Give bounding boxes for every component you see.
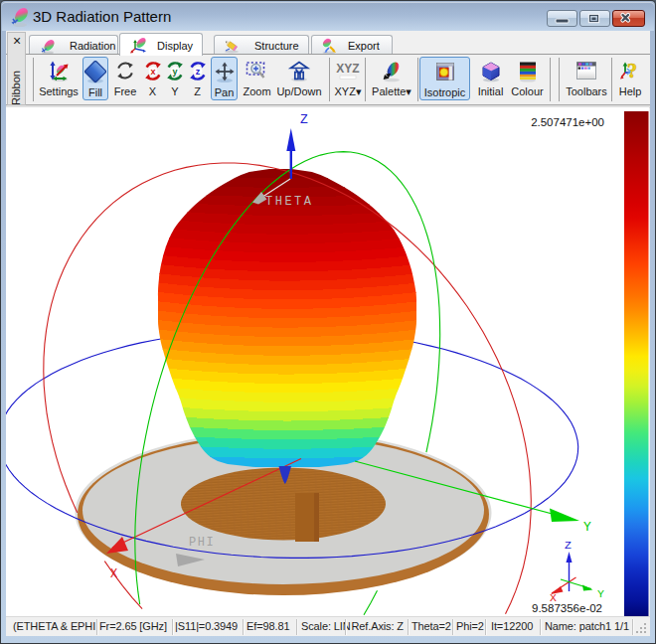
svg-text:x: x xyxy=(150,67,155,77)
svg-text:z: z xyxy=(195,67,200,77)
svg-text:9.587356e-02: 9.587356e-02 xyxy=(532,602,602,614)
svg-text:Z: Z xyxy=(300,112,308,127)
svg-text:2.507471e+00: 2.507471e+00 xyxy=(531,116,604,128)
svg-text:Y: Y xyxy=(583,520,591,535)
svg-text:PHI: PHI xyxy=(189,536,215,550)
svg-text:THETA: THETA xyxy=(265,195,314,209)
svg-text:Z: Z xyxy=(565,539,572,552)
svg-text:Y: Y xyxy=(597,587,604,600)
svg-text:y: y xyxy=(172,67,177,77)
svg-text:X: X xyxy=(550,591,557,604)
svg-text:XYZ: XYZ xyxy=(336,62,359,76)
